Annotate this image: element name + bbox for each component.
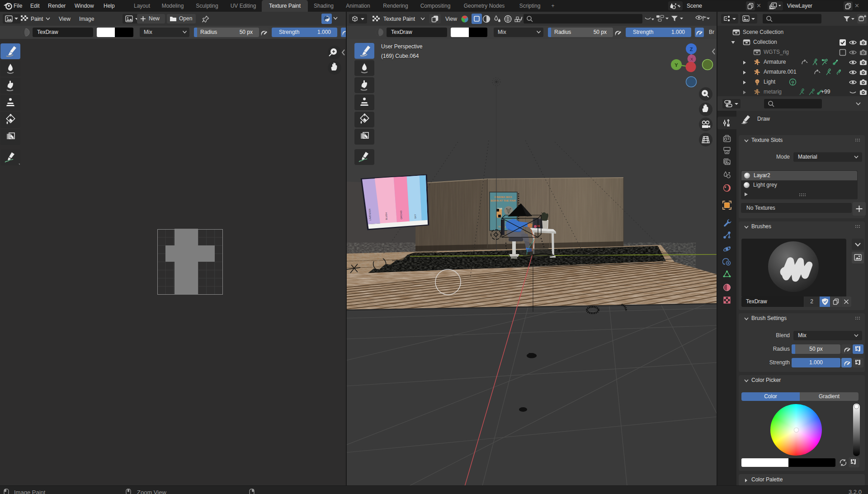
svg-text:Y: Y <box>675 62 678 68</box>
svg-text:BORN AT THE FAIR: BORN AT THE FAIR <box>491 199 516 202</box>
svg-text:Z: Z <box>690 47 693 52</box>
svg-text:BLUSH: BLUSH <box>385 212 388 220</box>
svg-text:X: X <box>690 57 693 61</box>
svg-text:ORCHID: ORCHID <box>400 210 403 219</box>
svg-text:LAVENDER: LAVENDER <box>368 208 372 221</box>
svg-text:CINEMA WAS: CINEMA WAS <box>495 196 512 198</box>
svg-text:SKY: SKY <box>414 214 416 219</box>
